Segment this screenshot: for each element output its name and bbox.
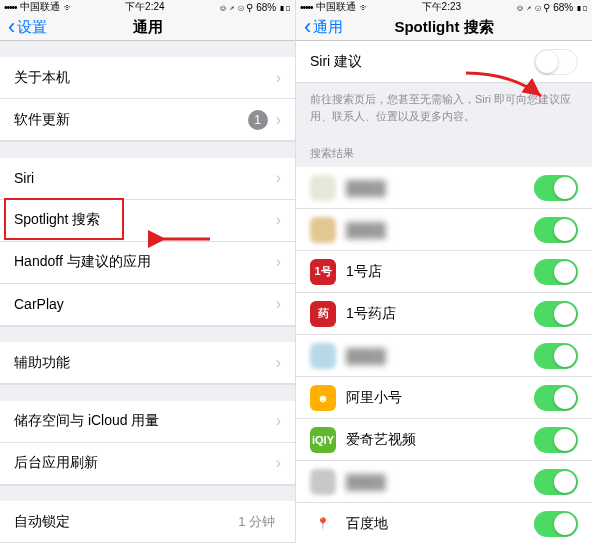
app-icon: ☻ (310, 385, 336, 411)
app-toggle[interactable] (534, 427, 578, 453)
chevron-right-icon: › (276, 69, 281, 87)
app-label: 阿里小号 (346, 389, 534, 407)
app-row[interactable]: ☻阿里小号 (296, 377, 592, 419)
wifi-icon: ᯤ (64, 2, 74, 13)
app-toggle[interactable] (534, 343, 578, 369)
app-label: 百度地 (346, 515, 534, 533)
navbar: ‹ 通用 Spotlight 搜索 (296, 14, 592, 41)
chevron-right-icon: › (276, 253, 281, 271)
chevron-left-icon: ‹ (304, 14, 311, 40)
siri-description: 前往搜索页后，您甚至无需输入，Siri 即可向您建议应用、联系人、位置以及更多内… (296, 83, 592, 132)
app-icon: 1号 (310, 259, 336, 285)
chevron-right-icon: › (276, 354, 281, 372)
chevron-right-icon: › (276, 111, 281, 129)
app-toggle[interactable] (534, 385, 578, 411)
app-row[interactable]: ████ (296, 461, 592, 503)
app-row[interactable]: ████ (296, 209, 592, 251)
status-bar: ••••• 中国联通 ᯤ 下午2:24 ⌾ ↗ ⊙ ⚲ 68% ▮▯ (0, 0, 295, 14)
app-label: 1号药店 (346, 305, 534, 323)
app-icon: 药 (310, 301, 336, 327)
app-label: ████ (346, 180, 534, 196)
row-siri[interactable]: Siri › (0, 158, 295, 200)
back-button[interactable]: ‹ 设置 (8, 14, 47, 40)
row-accessibility[interactable]: 辅助功能 › (0, 342, 295, 384)
app-row[interactable]: 药1号药店 (296, 293, 592, 335)
app-row[interactable]: 📍百度地 (296, 503, 592, 543)
row-bg-refresh[interactable]: 后台应用刷新 › (0, 443, 295, 485)
app-toggle[interactable] (534, 301, 578, 327)
row-about[interactable]: 关于本机 › (0, 57, 295, 99)
row-software-update[interactable]: 软件更新 1 › (0, 99, 295, 141)
app-toggle[interactable] (534, 217, 578, 243)
app-icon (310, 469, 336, 495)
chevron-left-icon: ‹ (8, 14, 15, 40)
app-icon: 📍 (310, 511, 336, 537)
app-toggle[interactable] (534, 511, 578, 537)
back-button[interactable]: ‹ 通用 (304, 14, 343, 40)
row-autolock[interactable]: 自动锁定 1 分钟 (0, 501, 295, 543)
app-toggle[interactable] (534, 469, 578, 495)
navbar: ‹ 设置 通用 (0, 14, 295, 41)
app-label: 爱奇艺视频 (346, 431, 534, 449)
app-toggle[interactable] (534, 259, 578, 285)
row-carplay[interactable]: CarPlay › (0, 284, 295, 326)
phone-right-spotlight: ••••• 中国联通 ᯤ 下午2:23 ⌾ ↗ ⊙ ⚲ 68% ▮▯ ‹ 通用 … (296, 0, 592, 543)
app-label: 1号店 (346, 263, 534, 281)
row-storage[interactable]: 储存空间与 iCloud 用量 › (0, 401, 295, 443)
phone-left-general-settings: ••••• 中国联通 ᯤ 下午2:24 ⌾ ↗ ⊙ ⚲ 68% ▮▯ ‹ 设置 … (0, 0, 296, 543)
chevron-right-icon: › (276, 211, 281, 229)
app-label: ████ (346, 348, 534, 364)
app-label: ████ (346, 474, 534, 490)
row-siri-suggestions[interactable]: Siri 建议 (296, 41, 592, 83)
app-row[interactable]: 1号1号店 (296, 251, 592, 293)
row-spotlight[interactable]: Spotlight 搜索 › (0, 200, 295, 242)
app-icon (310, 343, 336, 369)
wifi-icon: ᯤ (360, 2, 370, 13)
app-row[interactable]: ████ (296, 167, 592, 209)
chevron-right-icon: › (276, 169, 281, 187)
app-row[interactable]: iQIY爱奇艺视频 (296, 419, 592, 461)
results-section-header: 搜索结果 (296, 132, 592, 167)
app-icon (310, 217, 336, 243)
app-row[interactable]: ████ (296, 335, 592, 377)
app-label: ████ (346, 222, 534, 238)
siri-suggestions-toggle[interactable] (534, 49, 578, 75)
update-badge: 1 (248, 110, 268, 130)
row-handoff[interactable]: Handoff 与建议的应用 › (0, 242, 295, 284)
app-icon (310, 175, 336, 201)
app-toggle[interactable] (534, 175, 578, 201)
app-icon: iQIY (310, 427, 336, 453)
chevron-right-icon: › (276, 412, 281, 430)
chevron-right-icon: › (276, 295, 281, 313)
app-results-list: ████████1号1号店药1号药店████☻阿里小号iQIY爱奇艺视频████… (296, 167, 592, 543)
chevron-right-icon: › (276, 454, 281, 472)
status-bar: ••••• 中国联通 ᯤ 下午2:23 ⌾ ↗ ⊙ ⚲ 68% ▮▯ (296, 0, 592, 14)
